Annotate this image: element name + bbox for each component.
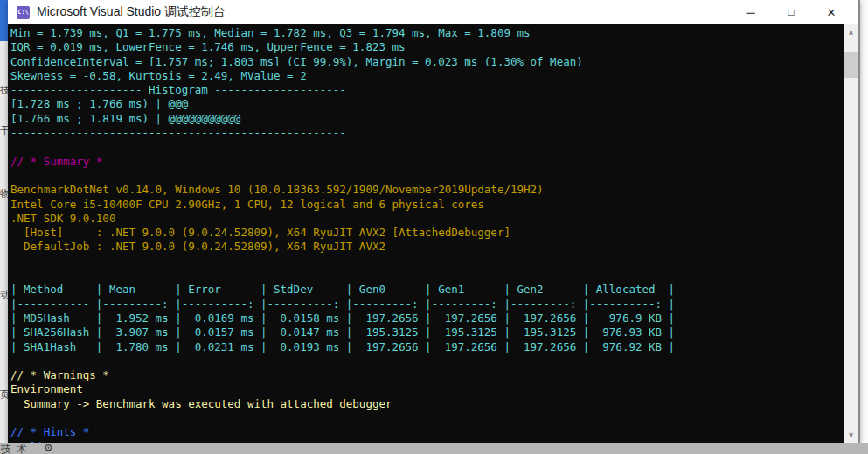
background-text-fragment: 技术 <box>1 443 32 454</box>
scroll-down-button[interactable]: ∨ <box>844 428 858 442</box>
console-line <box>10 354 844 368</box>
console-window: C:\ Microsoft Visual Studio 调试控制台 ─ □ ✕ … <box>8 0 860 443</box>
window-title: Microsoft Visual Studio 调试控制台 <box>37 4 731 20</box>
background-blue-block <box>0 0 8 41</box>
console-line: [1.766 ms ; 1.819 ms) | @@@@@@@@@@@ <box>10 112 844 126</box>
console-app-icon: C:\ <box>17 6 30 19</box>
console-line: // * Summary * <box>10 155 844 169</box>
console-line: ConfidenceInterval = [1.757 ms; 1.803 ms… <box>10 55 844 69</box>
scroll-thumb[interactable] <box>844 52 858 78</box>
maximize-button[interactable]: □ <box>771 0 811 24</box>
console-line: Environment <box>10 382 844 396</box>
console-line: BenchmarkDotNet v0.14.0, Windows 10 (10.… <box>10 183 844 197</box>
background-left-strip: 技干物动页 <box>0 0 8 454</box>
console-line: [Host] : .NET 9.0.0 (9.0.24.52809), X64 … <box>10 226 844 240</box>
console-line <box>10 411 844 425</box>
console-line <box>10 140 844 154</box>
background-bottom-strip: 技术 ⚙ <box>0 443 868 454</box>
console-line: | Method | Mean | Error | StdDev | Gen0 … <box>10 283 844 297</box>
minimize-button[interactable]: ─ <box>731 0 771 24</box>
console-line: Skewness = -0.58, Kurtosis = 2.49, MValu… <box>10 69 844 83</box>
background-fragment: 技 <box>0 84 8 97</box>
console-line: [1.728 ms ; 1.766 ms) | @@@ <box>10 97 844 111</box>
console-line: | SHA1Hash | 1.780 ms | 0.0231 ms | 0.01… <box>10 340 844 354</box>
console-line: Summary -> Benchmark was executed with a… <box>10 397 844 411</box>
console-line: -------------------- Histogram ---------… <box>10 83 844 97</box>
console-output: Min = 1.739 ms, Q1 = 1.775 ms, Median = … <box>10 26 844 443</box>
background-fragment: 干 <box>0 124 8 137</box>
console-line: | MD5Hash | 1.952 ms | 0.0169 ms | 0.015… <box>10 311 844 325</box>
close-button[interactable]: ✕ <box>811 0 851 24</box>
console-line: |----------- |---------: |----------: |-… <box>10 297 844 311</box>
console-line: Min = 1.739 ms, Q1 = 1.775 ms, Median = … <box>10 26 844 40</box>
window-controls: ─ □ ✕ <box>731 0 851 24</box>
console-line: .NET SDK 9.0.100 <box>10 212 844 226</box>
console-line: // * Hints * <box>10 425 844 439</box>
background-fragment: 物 <box>0 187 8 200</box>
console-line <box>10 169 844 183</box>
console-viewport: Min = 1.739 ms, Q1 = 1.775 ms, Median = … <box>8 24 858 443</box>
scroll-up-button[interactable]: ∧ <box>844 25 858 39</box>
background-fragment: 动 <box>0 289 8 302</box>
console-line: Intel Core i5-10400F CPU 2.90GHz, 1 CPU,… <box>10 198 844 212</box>
titlebar: C:\ Microsoft Visual Studio 调试控制台 ─ □ ✕ <box>8 0 858 24</box>
scrollbar-track[interactable]: ∧ ∨ <box>844 24 858 443</box>
console-line: | SHA256Hash | 3.907 ms | 0.0157 ms | 0.… <box>10 325 844 339</box>
console-line: ----------------------------------------… <box>10 126 844 140</box>
console-line: // * Warnings * <box>10 368 844 382</box>
gear-icon: ⚙ <box>44 443 53 454</box>
console-line: IQR = 0.019 ms, LowerFence = 1.746 ms, U… <box>10 40 844 54</box>
console-line <box>10 269 844 283</box>
console-line <box>10 255 844 269</box>
console-line: DefaultJob : .NET 9.0.0 (9.0.24.52809), … <box>10 240 844 254</box>
background-right-strip <box>860 0 868 454</box>
background-fragment: 页 <box>0 388 8 402</box>
